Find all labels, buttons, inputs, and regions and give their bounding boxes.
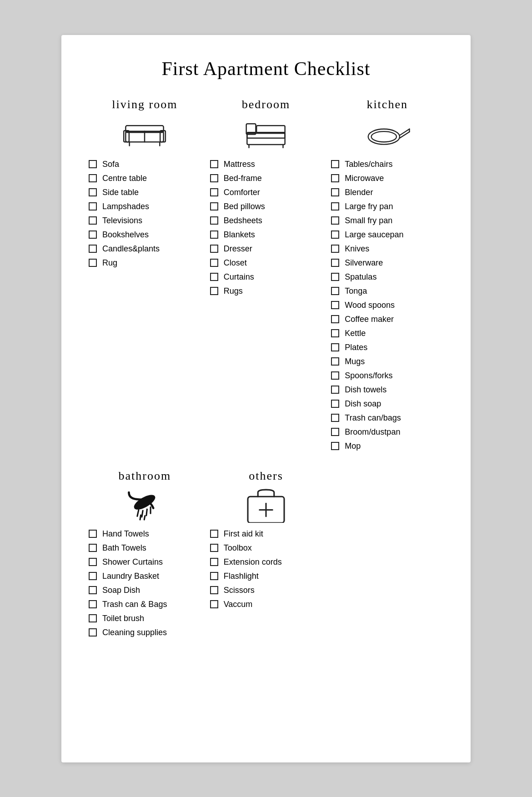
list-item: Toolbox: [210, 543, 322, 553]
checkbox[interactable]: [210, 530, 218, 538]
checkbox[interactable]: [331, 428, 339, 436]
checkbox[interactable]: [331, 343, 339, 351]
bedroom-section: bedroom: [210, 98, 322, 465]
svg-line-23: [140, 515, 141, 520]
list-item: Knives: [331, 244, 443, 254]
checkbox[interactable]: [89, 259, 97, 267]
checkbox[interactable]: [331, 329, 339, 337]
checkbox[interactable]: [210, 245, 218, 253]
checkbox[interactable]: [331, 273, 339, 281]
list-item: Laundry Basket: [89, 571, 201, 581]
living-room-label: living room: [112, 98, 177, 111]
checkbox[interactable]: [210, 216, 218, 225]
list-item: Silverware: [331, 258, 443, 268]
checkbox[interactable]: [210, 586, 218, 594]
checkbox[interactable]: [331, 231, 339, 239]
checkbox[interactable]: [89, 614, 97, 622]
checkbox[interactable]: [331, 259, 339, 267]
bathroom-section: bathroom: [89, 469, 201, 651]
list-item: Soap Dish: [89, 586, 201, 595]
list-item: Kettle: [331, 329, 443, 338]
checkbox[interactable]: [210, 273, 218, 281]
list-item: Hand Towels: [89, 529, 201, 539]
kitchen-label: kitchen: [366, 98, 408, 111]
list-item: Mugs: [331, 357, 443, 366]
checkbox[interactable]: [210, 231, 218, 239]
checkbox[interactable]: [210, 558, 218, 566]
checkbox[interactable]: [210, 600, 218, 608]
bedroom-list: Mattress Bed-frame Comforter Bed pillows…: [210, 160, 322, 296]
list-item: Bed-frame: [210, 174, 322, 183]
checkbox[interactable]: [331, 400, 339, 408]
checkbox[interactable]: [331, 245, 339, 253]
checkbox[interactable]: [331, 160, 339, 168]
checkbox[interactable]: [210, 572, 218, 580]
list-item: Flashlight: [210, 571, 322, 581]
list-item: First aid kit: [210, 529, 322, 539]
bedroom-label: bedroom: [242, 98, 290, 111]
living-room-header: living room: [89, 98, 201, 151]
checkbox[interactable]: [210, 202, 218, 211]
checkbox[interactable]: [331, 357, 339, 366]
kitchen-section: kitchen Tables/chairs Micr: [331, 98, 443, 465]
checkbox[interactable]: [331, 174, 339, 182]
checkbox[interactable]: [89, 558, 97, 566]
page: First Apartment Checklist living room: [61, 35, 471, 762]
checkbox[interactable]: [210, 544, 218, 552]
checkbox[interactable]: [89, 202, 97, 211]
checkbox[interactable]: [210, 160, 218, 168]
checkbox[interactable]: [89, 544, 97, 552]
list-item: Side table: [89, 188, 201, 197]
list-item: Candles&plants: [89, 244, 201, 254]
checkbox[interactable]: [331, 315, 339, 323]
list-item: Bookshelves: [89, 230, 201, 240]
checkbox[interactable]: [89, 628, 97, 637]
list-item: Dresser: [210, 244, 322, 254]
kitchen-list: Tables/chairs Microwave Blender Large fr…: [331, 160, 443, 451]
pan-icon: [365, 115, 410, 151]
checkbox[interactable]: [331, 386, 339, 394]
checkbox[interactable]: [89, 188, 97, 196]
list-item: Bedsheets: [210, 216, 322, 226]
list-item: Plates: [331, 343, 443, 352]
checkbox[interactable]: [331, 301, 339, 309]
checkbox[interactable]: [89, 245, 97, 253]
others-section: others First aid kit Toolb: [210, 469, 322, 651]
others-list: First aid kit Toolbox Extension cords Fl…: [210, 529, 322, 609]
list-item: Vaccum: [210, 600, 322, 609]
checkbox[interactable]: [89, 216, 97, 225]
checkbox[interactable]: [89, 530, 97, 538]
checkbox[interactable]: [210, 188, 218, 196]
sofa-icon: [122, 115, 167, 151]
list-item: Mattress: [210, 160, 322, 169]
checkbox[interactable]: [89, 231, 97, 239]
checkbox[interactable]: [210, 287, 218, 295]
list-item: Tables/chairs: [331, 160, 443, 169]
living-room-list: Sofa Centre table Side table Lampshades …: [89, 160, 201, 268]
list-item: Cleaning supplies: [89, 628, 201, 637]
checkbox[interactable]: [89, 174, 97, 182]
checkbox[interactable]: [89, 600, 97, 608]
checkbox[interactable]: [89, 586, 97, 594]
list-item: Bed pillows: [210, 202, 322, 211]
list-item: Dish soap: [331, 399, 443, 409]
checkbox[interactable]: [331, 202, 339, 211]
list-item: Rugs: [210, 286, 322, 296]
checkbox[interactable]: [89, 572, 97, 580]
checkbox[interactable]: [331, 414, 339, 422]
checkbox[interactable]: [89, 160, 97, 168]
bathroom-label: bathroom: [119, 469, 171, 483]
checkbox[interactable]: [331, 188, 339, 196]
checkbox[interactable]: [331, 216, 339, 225]
list-item: Spatulas: [331, 272, 443, 282]
checkbox[interactable]: [210, 174, 218, 182]
checkbox[interactable]: [331, 442, 339, 450]
checkbox[interactable]: [331, 371, 339, 380]
list-item: Trash can/bags: [331, 413, 443, 423]
bathroom-header: bathroom: [89, 469, 201, 523]
checkbox[interactable]: [210, 259, 218, 267]
list-item: Curtains: [210, 272, 322, 282]
list-item: Sofa: [89, 160, 201, 169]
list-item: Large saucepan: [331, 230, 443, 240]
checkbox[interactable]: [331, 287, 339, 295]
